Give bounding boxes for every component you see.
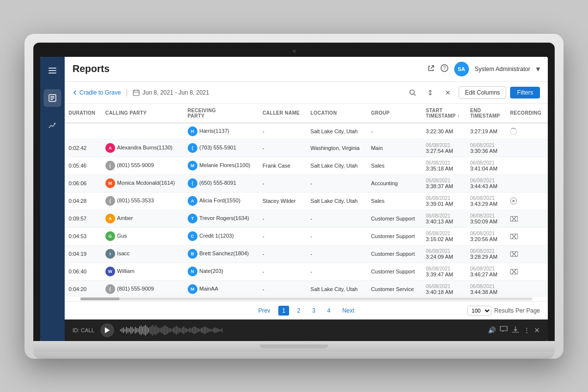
cell-location: - (307, 263, 368, 280)
filters-button[interactable]: Filters (510, 87, 540, 98)
back-button[interactable]: Cradle to Grave (73, 89, 121, 96)
table-row[interactable]: 0:05:46((801) 555-9009MMelanie Flores(11… (65, 157, 548, 174)
cell-end-timestamp: 06/08/20213:44:38 AM (466, 280, 506, 296)
email-icon[interactable] (510, 251, 518, 257)
more-icon[interactable]: ⋮ (523, 326, 530, 334)
page-4-button[interactable]: 4 (323, 306, 335, 316)
table-row[interactable]: 0:04:28((801) 555-3533AAlicia Ford(1550)… (65, 192, 548, 210)
cell-calling-party: MMonica Mcdonald(1614) (101, 174, 184, 192)
cell-location: Washington, Virginia (307, 139, 368, 157)
cell-group: Customer Support (367, 210, 422, 227)
results-per-page-label: Results Per Page (494, 307, 540, 314)
pagination-bar: Prev 1 2 3 4 Next 100 50 25 (65, 301, 548, 319)
horizontal-scrollbar[interactable] (80, 297, 532, 300)
table-row[interactable]: HHarris(1137)-Salt Lake City, Utah-3:22:… (65, 123, 548, 140)
email-icon[interactable] (510, 216, 518, 221)
cell-caller-name: - (259, 174, 307, 192)
cell-group: Sales (367, 192, 422, 210)
col-start-timestamp[interactable]: STARTTIMESTAMP ↑ (422, 104, 466, 123)
table-row[interactable]: 0:04:19IIsaccBBrett Sanchez(1804)--Custo… (65, 245, 548, 263)
table-row[interactable]: 0:09:57AAmberTTrevor Rogers(1634)--Custo… (65, 210, 548, 227)
cell-end-timestamp: 06/08/20213:43:29 AM (466, 192, 506, 210)
page-1-button[interactable]: 1 (278, 306, 290, 316)
cell-calling-party: ((801) 555-9009 (101, 157, 184, 174)
cell-duration: 0:05:46 (65, 157, 101, 174)
sidebar-reports-icon[interactable] (44, 89, 61, 107)
cell-caller-name: - (259, 139, 307, 157)
table-row[interactable]: 0:04:53GGusCCredit 1(1203)--Customer Sup… (65, 227, 548, 245)
cell-receiving-party: MMainAA (184, 280, 259, 296)
header: Reports ? SA System Administrator ▾ (65, 57, 548, 82)
svg-text:?: ? (443, 66, 446, 71)
edit-columns-button[interactable]: Edit Columns (459, 86, 506, 99)
cell-end-timestamp: 06/08/20213:28:29 AM (466, 245, 506, 263)
table-row[interactable]: 0:06:06MMonica Mcdonald(1614)((650) 555-… (65, 174, 548, 192)
breadcrumb-label: Cradle to Grave (79, 89, 121, 96)
cell-duration: 0:06:40 (65, 263, 101, 280)
cell-recording (506, 263, 548, 280)
sort-icon[interactable] (423, 86, 437, 99)
table-row[interactable]: 0:06:40WWilliamNNate(203)--Customer Supp… (65, 263, 548, 280)
table-row[interactable]: 0:04:20((801) 555-9009MMainAA-Salt Lake … (65, 280, 548, 296)
cell-location: - (307, 227, 368, 245)
chat-icon[interactable] (500, 326, 508, 334)
page-2-button[interactable]: 2 (293, 306, 304, 316)
cell-calling-party: IIsacc (101, 245, 184, 263)
cell-receiving-party: BBrett Sanchez(1804) (184, 245, 259, 263)
cell-start-timestamp: 06/08/20213:16:02 AM (422, 227, 466, 245)
page-3-button[interactable]: 3 (308, 306, 319, 316)
cell-recording: ▶ (506, 192, 548, 210)
cell-duration: 0:04:19 (65, 245, 101, 263)
search-icon[interactable] (406, 86, 419, 99)
close-player-icon[interactable]: ✕ (534, 326, 540, 334)
laptop-base (33, 352, 555, 359)
cell-group: - (367, 123, 422, 140)
cell-group: Sales (367, 157, 422, 174)
email-icon[interactable] (510, 234, 518, 239)
user-name: System Administrator (475, 66, 530, 73)
cell-location: Salt Lake City, Utah (307, 280, 368, 296)
toolbar: Cradle to Grave | Jun 8, 2021 - Jun 8, 2… (65, 82, 548, 104)
svg-point-14 (410, 90, 414, 94)
date-range-value: Jun 8, 2021 - Jun 8, 2021 (143, 89, 209, 96)
volume-icon[interactable]: 🔊 (488, 326, 496, 334)
table-row[interactable]: 0:02:42AAlexandra Burns(1130)((703) 555-… (65, 139, 548, 157)
sidebar-analytics-icon[interactable] (44, 117, 61, 134)
sidebar-menu-icon[interactable] (44, 62, 61, 79)
col-caller-name: CALLER NAME (259, 104, 307, 123)
col-calling-party: CALLING PARTY (101, 104, 184, 123)
prev-button[interactable]: Prev (254, 306, 274, 316)
help-icon[interactable]: ? (441, 64, 448, 74)
download-icon[interactable] (512, 326, 519, 334)
user-dropdown-icon[interactable]: ▾ (536, 64, 540, 74)
next-button[interactable]: Next (338, 306, 358, 316)
toolbar-actions: ✕ Edit Columns Filters (406, 86, 540, 99)
cell-calling-party: AAlexandra Burns(1130) (101, 139, 184, 157)
cell-group: Accounting (367, 174, 422, 192)
page-title: Reports (73, 63, 110, 74)
cell-start-timestamp: 06/08/20213:40:13 AM (422, 210, 466, 227)
cell-recording (506, 123, 548, 140)
cell-location: Salt Lake City, Utah (307, 157, 368, 174)
cell-start-timestamp: 06/08/20213:24:09 AM (422, 245, 466, 263)
per-page-select[interactable]: 100 50 25 (467, 306, 491, 316)
waveform (120, 324, 482, 336)
pagination-right: 100 50 25 Results Per Page (358, 306, 540, 316)
external-link-icon[interactable] (428, 65, 435, 74)
email-icon[interactable] (510, 269, 518, 274)
cell-duration: 0:04:20 (65, 280, 101, 296)
cell-caller-name: Stacey Wilder (259, 192, 307, 210)
close-icon[interactable]: ✕ (441, 86, 455, 99)
player-controls: 🔊 ⋮ ✕ (488, 326, 540, 334)
play-button[interactable] (100, 323, 114, 337)
cell-receiving-party: HHarris(1137) (184, 123, 259, 140)
cell-group: Customer Service (367, 280, 422, 296)
cell-end-timestamp: 06/08/20213:46:27 AM (466, 263, 506, 280)
cell-duration: 0:04:53 (65, 227, 101, 245)
cell-recording (506, 157, 548, 174)
cell-recording (506, 280, 548, 296)
cell-location: Salt Lake City, Utah (307, 192, 368, 210)
play-icon[interactable]: ▶ (510, 197, 517, 204)
svg-rect-0 (49, 68, 56, 69)
cell-recording (506, 139, 548, 157)
